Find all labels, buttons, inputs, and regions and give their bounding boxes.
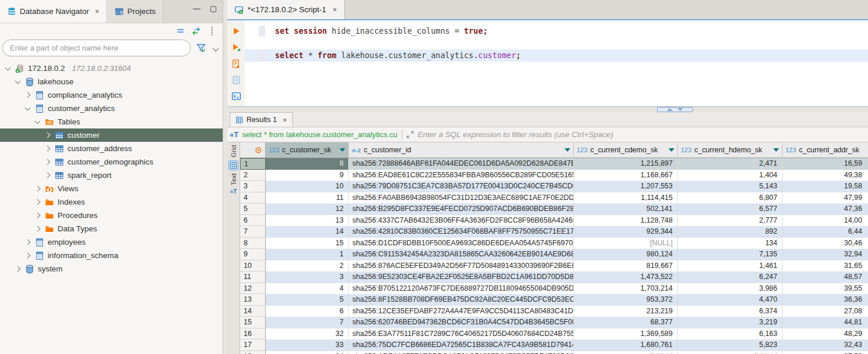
- grid-cell[interactable]: 32: [266, 328, 349, 340]
- grid-cell[interactable]: 10: [266, 181, 349, 192]
- close-icon[interactable]: ×: [333, 5, 337, 14]
- grid-cell[interactable]: [NULL]: [574, 351, 678, 354]
- tree-item-customer[interactable]: customer: [0, 128, 223, 142]
- splitter-collapse-control[interactable]: [657, 107, 693, 112]
- grid-cell[interactable]: sha256:E3A77511F81C7289C76C4065217D5D406…: [349, 328, 574, 340]
- grid-cell[interactable]: 37,50: [783, 351, 868, 354]
- grid-cell[interactable]: 1,215,897: [574, 158, 678, 170]
- text-view-icon[interactable]: «T: [230, 188, 237, 195]
- grid-cell[interactable]: sha256:79D08751C3EA7C83BA57D177E00413D0C…: [349, 181, 574, 192]
- link-with-editor-icon[interactable]: [191, 26, 201, 36]
- tree-item-system[interactable]: system: [0, 262, 223, 276]
- grid-cell[interactable]: 1,168,667: [574, 170, 678, 181]
- grid-cell[interactable]: 502,141: [574, 203, 678, 215]
- grid-cell[interactable]: [NULL]: [678, 351, 783, 354]
- grid-cell[interactable]: 134: [678, 238, 783, 249]
- grid-cell[interactable]: 2,777: [678, 215, 783, 227]
- grid-cell[interactable]: 44,81: [783, 317, 868, 328]
- grid-cell[interactable]: 36,36: [783, 294, 868, 306]
- grid-cell[interactable]: 30,46: [783, 238, 868, 249]
- grid-cell[interactable]: sha256:42810C83B0360CE125634F068BAF8FF75…: [349, 226, 574, 238]
- row-number[interactable]: 11: [240, 271, 266, 283]
- chevron-right-icon[interactable]: [35, 226, 41, 232]
- grid-cell[interactable]: 6,374: [678, 306, 783, 317]
- grid-cell[interactable]: 5: [266, 294, 349, 306]
- grid-cell[interactable]: 16,59: [783, 158, 868, 170]
- tab-database-navigator[interactable]: Database Navigator ×: [0, 0, 107, 23]
- tree-item-views[interactable]: Views: [0, 182, 223, 195]
- column-header-c-current-addr-sk[interactable]: 123c_current_addr_sk: [783, 142, 868, 158]
- tree-item-spark-report[interactable]: spark_report: [0, 169, 223, 182]
- grid-cell[interactable]: 6,247: [678, 271, 783, 283]
- column-menu-icon[interactable]: [565, 148, 570, 152]
- editor-results-splitter[interactable]: [227, 106, 868, 112]
- tab-results-1[interactable]: Results 1 ×: [230, 112, 293, 127]
- tree-item-172-18-0-2[interactable]: 172.18.0.2172.18.0.2:31604: [0, 62, 223, 75]
- grid-cell[interactable]: 5,823: [678, 339, 783, 351]
- grid-cell[interactable]: sha256:620746BED947362BCD6CF31B0A4C547DD…: [349, 317, 574, 328]
- grid-cell[interactable]: 15: [266, 238, 349, 249]
- chevron-down-icon[interactable]: [25, 105, 31, 110]
- grid-cell[interactable]: 1,461: [678, 260, 783, 272]
- grid-cell[interactable]: 7,135: [678, 249, 783, 260]
- row-number[interactable]: 15: [240, 317, 266, 328]
- execute-statement-icon[interactable]: [231, 26, 241, 36]
- tree-item-procedures[interactable]: Procedures: [0, 209, 223, 222]
- tree-item-tables[interactable]: Tables: [0, 115, 223, 128]
- view-menu-icon[interactable]: [207, 26, 217, 36]
- tree-item-information-schema[interactable]: information_schema: [0, 249, 223, 262]
- grid-cell[interactable]: 13: [266, 215, 349, 227]
- chevron-right-icon[interactable]: [25, 92, 31, 98]
- grid-cell[interactable]: [NULL]: [574, 238, 678, 249]
- grid-cell[interactable]: 5,143: [678, 181, 783, 192]
- grid-cell[interactable]: 47,36: [783, 203, 868, 215]
- grid-cell[interactable]: 68,377: [574, 317, 678, 328]
- grid-cell[interactable]: sha256:12CE35EFDABF272A4A47E9FA9CC5D4113…: [349, 306, 574, 317]
- chevron-down-icon[interactable]: [15, 78, 21, 84]
- tab-script-1[interactable]: *<172.18.0.2> Script-1 ×: [227, 0, 345, 19]
- grid-cell[interactable]: 27,08: [783, 306, 868, 317]
- grid-cell[interactable]: 1,369,589: [574, 328, 678, 340]
- grid-cell[interactable]: sha256:8F1528BB708DF69EB475DC92A8C20EC44…: [349, 294, 574, 306]
- row-number[interactable]: 2: [240, 170, 266, 181]
- column-menu-icon[interactable]: [669, 148, 674, 152]
- grid-cell[interactable]: 1,128,748: [574, 215, 678, 227]
- row-number[interactable]: 10: [240, 260, 266, 272]
- tree-item-data-types[interactable]: Data Types: [0, 222, 223, 235]
- expand-filter-icon[interactable]: [406, 130, 415, 139]
- side-tab-grid-label[interactable]: Grid: [230, 145, 237, 158]
- chevron-right-icon[interactable]: [45, 159, 51, 165]
- sql-line-highlighted[interactable]: select * from lakehouse.customer_analyti…: [245, 49, 868, 62]
- grid-cell[interactable]: sha256:B295D8FC337E9E4FECD0725D907ACD6B6…: [349, 203, 574, 215]
- row-number[interactable]: 17: [240, 339, 266, 351]
- grid-cell[interactable]: 31,65: [783, 260, 868, 272]
- minimize-button[interactable]: —: [193, 5, 201, 12]
- chevron-down-icon[interactable]: [5, 65, 11, 70]
- grid-cell[interactable]: 11: [266, 192, 349, 204]
- grid-cell[interactable]: 4,470: [678, 294, 783, 306]
- grid-cell[interactable]: sha256:876ACE5EFED349A2D56F77D5084891433…: [349, 260, 574, 272]
- chevron-down-icon[interactable]: [35, 118, 41, 124]
- grid-cell[interactable]: sha256:EAD8E61C8C22E555834FBBA9B60556CB2…: [349, 170, 574, 181]
- row-number[interactable]: 18: [240, 351, 266, 354]
- grid-cell[interactable]: 980,124: [574, 249, 678, 260]
- maximize-button[interactable]: ▢: [210, 5, 217, 12]
- chevron-right-icon[interactable]: [45, 173, 51, 178]
- grid-cell[interactable]: 6,163: [678, 328, 783, 340]
- grid-corner-cell[interactable]: [240, 142, 266, 158]
- chevron-right-icon[interactable]: [45, 146, 51, 152]
- grid-cell[interactable]: 34: [266, 351, 349, 354]
- grid-cell[interactable]: sha256:4337C7AB6432E3B06FF4A3636FD2F8CC8…: [349, 215, 574, 227]
- tree-item-compliance-analytics[interactable]: compliance_analytics: [0, 88, 223, 102]
- chevron-right-icon[interactable]: [25, 253, 31, 259]
- collapse-up-icon[interactable]: [667, 108, 673, 111]
- chevron-right-icon[interactable]: [35, 213, 41, 219]
- grid-cell[interactable]: 7: [266, 317, 349, 328]
- row-number[interactable]: 16: [240, 328, 266, 340]
- grid-cell[interactable]: 929,344: [574, 226, 678, 238]
- grid-cell[interactable]: sha256:72888646ABF61FA044EDEC061D6DA5A09…: [349, 158, 574, 170]
- grid-cell[interactable]: sha256:75DC7FCB6686EDA72565C1B838CA7FC43…: [349, 339, 574, 351]
- grid-cell[interactable]: 1: [266, 249, 349, 260]
- column-header-c-customer-id[interactable]: A-Zc_customer_id: [349, 142, 574, 158]
- tree-item-lakehouse[interactable]: lakehouse: [0, 75, 223, 88]
